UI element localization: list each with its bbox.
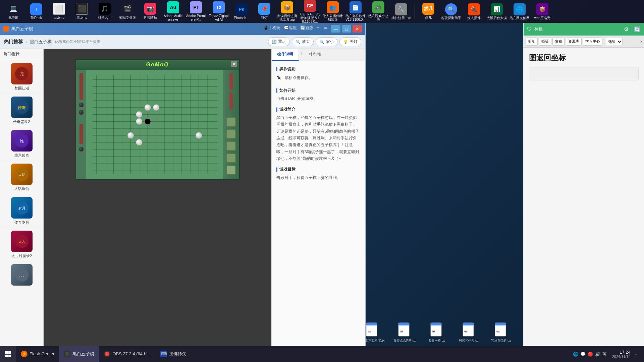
taskbar-item-flashcenter[interactable]: ⚡ Flash Center bbox=[16, 346, 59, 362]
publish-button[interactable]: 发布 bbox=[552, 38, 565, 46]
service-icon[interactable]: 💬客服 bbox=[284, 25, 297, 33]
desktop-icon-ce[interactable]: CE CE_6.4.3_风叶加演版 V16.1106.0... bbox=[299, 0, 321, 25]
file-icon-daily[interactable]: txt 每天说说的事.txt bbox=[391, 321, 418, 343]
sq3 bbox=[226, 141, 236, 151]
file-icon-time[interactable]: txt 时间和体力.txt bbox=[455, 321, 482, 343]
desktop-icon-black-bmp[interactable]: ⬛ 黑.bmp bbox=[71, 1, 93, 21]
svg-text:txt: txt bbox=[432, 330, 435, 333]
svg-text:大话: 大话 bbox=[18, 173, 25, 177]
titlebar-controls: 📱手机玩 💬客服 🔄新版 ⋯ ☰ — □ ✕ bbox=[263, 25, 362, 33]
desktop-icon-computer[interactable]: 💻 此电脑 bbox=[3, 1, 24, 21]
nav-center: 🔄 重玩 🔍 放大 🔍 缩小 💡 关灯 bbox=[268, 37, 361, 46]
section-title-operation: 操作说明 bbox=[276, 66, 361, 72]
file-icon-daily2[interactable]: txt 每日一着.txt bbox=[423, 321, 450, 343]
desktop-icon-runji[interactable]: 然几 然几 bbox=[418, 1, 439, 21]
zoom-out-button[interactable]: 🔍 缩小 bbox=[316, 37, 337, 46]
minimize-button[interactable]: — bbox=[331, 25, 340, 33]
tray-ime-icon[interactable]: 英 bbox=[602, 351, 607, 357]
gomoku-header: GoMoQ ✕ bbox=[76, 60, 239, 70]
taskbar-right: 🌐 💬 🔴 🔊 英 17:24 2024/11/14 ▫ bbox=[570, 350, 644, 359]
svg-text:太古: 太古 bbox=[18, 240, 25, 244]
desktop-icon-todesk[interactable]: T ToDesk bbox=[25, 2, 47, 21]
file-icon-self[interactable]: txt 写给自己的.txt bbox=[488, 321, 515, 343]
resources-button[interactable]: 资源库 bbox=[566, 38, 582, 46]
desktop-icon-runji-web[interactable]: 🌐 然几网友然网 bbox=[509, 2, 530, 21]
desktop-icon-adobe-premiere[interactable]: Pr Adobe Premiere P... bbox=[185, 0, 207, 23]
right-scroll-2 bbox=[229, 93, 233, 109]
section-title-goal: 游戏目标 bbox=[276, 166, 361, 173]
phone-icon[interactable]: 📱手机玩 bbox=[263, 25, 280, 33]
desktop-icon-white-bmp[interactable]: ⬜ 白.bmp bbox=[48, 1, 70, 21]
desktop-icon-topaz[interactable]: Tz Topaz Gigapixel AI bbox=[208, 0, 229, 23]
desktop-topbar: 💻 此电脑 T ToDesk ⬜ 白.bmp ⬛ 黑.bmp 🎵 抖音bgm 🎬… bbox=[0, 0, 644, 23]
desktop-icon-runji-office[interactable]: 📄 然几办公软件V16.1106.0... bbox=[345, 0, 366, 23]
restart-button[interactable]: 🔄 重玩 bbox=[268, 37, 290, 46]
svg-point-53 bbox=[153, 105, 159, 111]
start-button[interactable] bbox=[0, 346, 16, 362]
desktop-icon-dingding[interactable]: 📌 钉钉 bbox=[254, 1, 275, 21]
settings-icon[interactable]: ⚙ bbox=[624, 26, 629, 33]
gomoku-close-button[interactable]: ✕ bbox=[231, 61, 237, 67]
game-main[interactable]: GoMoQ ✕ bbox=[44, 49, 271, 346]
desktop-icon-jianjizhuanye[interactable]: 🎬 剪辑专业版 bbox=[117, 1, 138, 21]
tab-leaderboard[interactable]: 排行榜 bbox=[304, 49, 327, 61]
sidebar-game-chuanqi2[interactable]: 传奇 传奇盛世2 bbox=[0, 94, 43, 127]
tray-sound-icon[interactable]: 🔊 bbox=[595, 352, 600, 357]
desktop-icon-runji-game[interactable]: 🎮 然几游戏办公版 bbox=[368, 0, 389, 23]
clip-button[interactable]: 剪制 bbox=[526, 38, 538, 46]
sidebar-game-viking[interactable]: 维 维京传奇 bbox=[0, 127, 43, 161]
desktop-icon-vmp[interactable]: 📦 vmp压缩壳 bbox=[532, 2, 553, 21]
tray-wechat-icon[interactable]: 💬 bbox=[580, 352, 586, 357]
learning-button[interactable]: 学习中心 bbox=[583, 38, 602, 46]
desktop-icon-plugin-reg[interactable]: 🔧 插件注册.exe bbox=[390, 2, 412, 21]
desktop-icon-liaoren[interactable]: 👥 僚人公播件叶加演版 bbox=[322, 0, 343, 23]
tab-separator: / bbox=[299, 49, 304, 61]
gomoku-logo: GoMoQ bbox=[146, 62, 169, 68]
desktop-icon-damo-backend[interactable]: 📊 大漠后台大漠 bbox=[486, 2, 507, 21]
show-desktop-button[interactable]: ▫ bbox=[633, 352, 639, 357]
sidebar-game-menghui[interactable]: 龙 梦回江湖 bbox=[0, 60, 43, 94]
lights-button[interactable]: 💡 关灯 bbox=[339, 37, 361, 46]
svg-rect-70 bbox=[463, 323, 474, 325]
taskbar-item-obs[interactable]: 🔴 OBS 27.2.4 (64-bi... bbox=[99, 346, 156, 362]
zoom-in-button[interactable]: 🔍 放大 bbox=[292, 37, 314, 46]
close-button[interactable]: ✕ bbox=[353, 25, 362, 33]
desktop-icon-google-helper[interactable]: 🔍 谷歌探测助手 bbox=[440, 2, 462, 21]
desktop-icon-douyin-bgm[interactable]: 🎵 抖音bgm bbox=[94, 1, 115, 21]
tab-instructions[interactable]: 操作说明 bbox=[272, 49, 299, 61]
right-panel-input-area bbox=[529, 67, 639, 80]
desktop-icon-damo-zip[interactable]: 📦 大漠插件进测试工具.zip bbox=[276, 0, 298, 23]
sidebar-game-more[interactable]: … bbox=[0, 261, 43, 290]
clock-date: 2024/11/14 bbox=[612, 355, 631, 359]
gomoku-board-area bbox=[76, 70, 239, 179]
maximize-button[interactable]: □ bbox=[342, 25, 351, 33]
refresh-icon[interactable]: 🔄新版 bbox=[300, 25, 313, 33]
expand-icon[interactable]: › bbox=[640, 39, 642, 45]
capture-button[interactable]: 摄摄 bbox=[539, 38, 551, 46]
divider bbox=[415, 5, 415, 18]
desktop-icon-adobe-audition[interactable]: Au Adobe Audition.exe bbox=[162, 0, 184, 23]
sidebar-game-chuanqisuiyue[interactable]: 岁月 传奇岁月 bbox=[0, 194, 43, 228]
svg-text:txt: txt bbox=[464, 330, 467, 333]
taskbar-item-gomoku[interactable]: ⚫ 黑白五子棋 bbox=[59, 346, 99, 362]
gomoku-board[interactable] bbox=[86, 70, 223, 179]
gomoku-container[interactable]: GoMoQ ✕ bbox=[75, 59, 240, 180]
lights-icon: 💡 bbox=[343, 40, 348, 44]
more-icon[interactable]: ⋯ bbox=[317, 25, 321, 33]
desktop-icon-douyin-suipai[interactable]: 📷 抖音随拍 bbox=[140, 1, 161, 21]
sidebar-game-taigu[interactable]: 太古 太古封魔录2 bbox=[0, 228, 43, 261]
toolbar-dropdown[interactable]: 选项 bbox=[605, 38, 623, 45]
sq5 bbox=[226, 166, 236, 175]
desktop-icon-photoshop[interactable]: Ps Photosh... bbox=[231, 2, 252, 21]
tray-obs-icon[interactable]: 🔴 bbox=[588, 352, 593, 357]
left-stone-3 bbox=[79, 147, 84, 152]
list-icon[interactable]: ☰ bbox=[324, 25, 328, 33]
sidebar-game-dahua[interactable]: 大话 大话诛仙 bbox=[0, 161, 43, 194]
sidebar-game-label: 大话诛仙 bbox=[14, 186, 29, 191]
refresh-right-icon[interactable]: 🔄 bbox=[634, 26, 641, 33]
game-nav-left: 热门推荐 › 黑白五子棋 此游戏由2144游戏平台提供 bbox=[4, 39, 100, 45]
tray-network-icon[interactable]: 🌐 bbox=[573, 352, 578, 357]
taskbar-item-hotkey[interactable]: ⌨ 按键稀矢 bbox=[156, 346, 191, 362]
desktop-icon-liaoren-plugin[interactable]: 🔌 僚人插件 bbox=[463, 2, 485, 21]
right-panel-content: 图返回坐标 bbox=[524, 48, 644, 346]
